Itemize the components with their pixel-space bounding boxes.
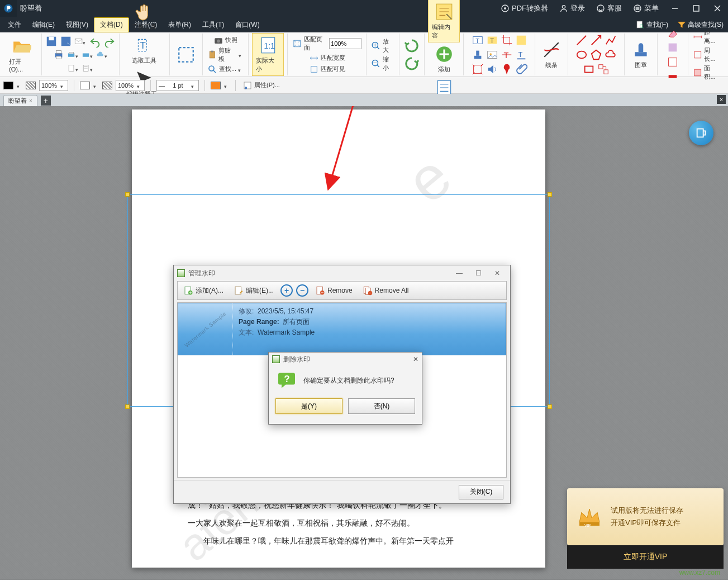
highlighter-icon[interactable] bbox=[515, 34, 527, 46]
window-maximize-button[interactable] bbox=[686, 0, 707, 17]
dialog-close-button[interactable]: ✕ bbox=[488, 266, 507, 280]
hand-tool-button[interactable]: 手形工具 bbox=[129, 0, 160, 34]
zoom-out-watermark-button[interactable]: − bbox=[296, 284, 308, 297]
print-icon[interactable] bbox=[53, 49, 65, 61]
connected-icon[interactable] bbox=[597, 63, 610, 75]
resize-handle[interactable] bbox=[125, 192, 130, 197]
crop-icon[interactable] bbox=[501, 34, 513, 46]
support-button[interactable]: 客服 bbox=[591, 0, 627, 17]
zoom-combo[interactable] bbox=[329, 38, 361, 49]
rotate-left-icon[interactable] bbox=[403, 37, 421, 55]
perimeter-button[interactable]: 周长... bbox=[692, 46, 722, 64]
snapshot-button[interactable]: 快照 bbox=[212, 35, 239, 46]
fit-page-button[interactable]: 匹配页面 bbox=[291, 35, 363, 53]
mail-icon[interactable] bbox=[74, 35, 87, 47]
sidebar-toggle-button[interactable] bbox=[689, 121, 713, 145]
new-tab-button[interactable]: + bbox=[41, 96, 51, 106]
resize-handle[interactable] bbox=[125, 404, 130, 409]
actual-size-button[interactable]: 1:1实际大小 bbox=[252, 33, 284, 76]
properties-button[interactable]: 属性(P)... bbox=[241, 80, 281, 91]
stamp-tool-icon[interactable] bbox=[472, 49, 484, 61]
text-box-icon[interactable]: T bbox=[472, 34, 484, 46]
marquee-tool-button[interactable] bbox=[173, 43, 199, 66]
page-icon[interactable] bbox=[67, 62, 79, 74]
tab-close-icon[interactable]: × bbox=[29, 98, 32, 104]
redo-icon[interactable] bbox=[103, 35, 116, 47]
undo-icon[interactable] bbox=[89, 35, 101, 47]
scan2-icon[interactable] bbox=[82, 49, 94, 61]
pin-icon[interactable] bbox=[501, 63, 513, 75]
rotate-right-icon[interactable] bbox=[403, 55, 421, 73]
menu-tool[interactable]: 工具(T) bbox=[197, 18, 230, 32]
polyline-icon[interactable] bbox=[605, 34, 617, 46]
cloud-icon[interactable] bbox=[96, 49, 108, 61]
stroke-pattern-swatch[interactable] bbox=[102, 82, 112, 89]
stroke-opacity-input[interactable]: 100% bbox=[116, 80, 145, 91]
underline-icon[interactable]: T bbox=[515, 49, 527, 61]
resize-handle[interactable] bbox=[548, 404, 552, 409]
menu-view[interactable]: 视图(V) bbox=[60, 18, 94, 32]
bounds-icon[interactable] bbox=[472, 63, 484, 75]
ellipse-icon[interactable] bbox=[575, 49, 588, 61]
redact-icon[interactable] bbox=[667, 70, 679, 83]
menu-form[interactable]: 表单(R) bbox=[163, 18, 197, 32]
vip-cta-button[interactable]: 立即开通VIP bbox=[567, 545, 724, 569]
blur-icon[interactable] bbox=[667, 41, 679, 54]
audio-icon[interactable] bbox=[486, 63, 498, 75]
page2-icon[interactable] bbox=[82, 62, 94, 74]
dialog-minimize-button[interactable]: — bbox=[450, 266, 469, 280]
remove-all-watermark-button[interactable]: Remove All bbox=[359, 284, 412, 297]
window-close-button[interactable] bbox=[707, 0, 728, 17]
stroke-color-swatch[interactable] bbox=[80, 82, 90, 89]
zoom-in-button[interactable]: 放大 bbox=[370, 37, 396, 55]
menu-document[interactable]: 文档(D) bbox=[94, 17, 129, 32]
menu-file[interactable]: 文件 bbox=[2, 18, 27, 32]
image-icon[interactable] bbox=[486, 49, 498, 61]
watermark-item[interactable]: Watermark Sample 修改: 2023/5/5, 15:45:47 … bbox=[178, 303, 506, 355]
confirm-no-button[interactable]: 否(N) bbox=[348, 398, 415, 414]
polygon-icon[interactable] bbox=[590, 49, 602, 61]
clipboard-button[interactable]: 剪贴板 bbox=[206, 46, 245, 64]
edit-watermark-button[interactable]: 编辑(E)... bbox=[230, 284, 277, 297]
lines-button[interactable]: 线条 bbox=[539, 38, 564, 72]
cloud-shape-icon[interactable] bbox=[605, 49, 617, 61]
login-button[interactable]: 登录 bbox=[554, 0, 591, 17]
attach-icon[interactable] bbox=[515, 63, 527, 75]
fill-opacity-input[interactable]: 100% bbox=[39, 80, 68, 91]
find-button[interactable]: 查找... bbox=[206, 64, 245, 75]
add-watermark-button[interactable]: 添加(A)... bbox=[180, 284, 227, 297]
menu-button[interactable]: 菜单 bbox=[627, 0, 664, 17]
zoom-in-watermark-button[interactable]: + bbox=[280, 284, 293, 297]
resize-handle[interactable] bbox=[548, 192, 552, 197]
line-icon[interactable] bbox=[575, 34, 588, 46]
save-icon[interactable] bbox=[45, 35, 58, 47]
menu-window[interactable]: 窗口(W) bbox=[230, 18, 265, 32]
edit-content-button[interactable]: 编辑内容 bbox=[428, 0, 460, 42]
rect-icon[interactable] bbox=[583, 63, 595, 75]
tabbar-close-icon[interactable]: × bbox=[717, 95, 726, 104]
distance-button[interactable]: 距离... bbox=[692, 28, 722, 46]
fit-visible-button[interactable]: 匹配可见 bbox=[308, 64, 346, 75]
arrow-icon[interactable] bbox=[590, 34, 602, 46]
open-button[interactable]: 打开(O)... bbox=[6, 35, 38, 75]
menu-edit[interactable]: 编辑(E) bbox=[27, 18, 60, 32]
stroke-weight-input[interactable]: —1 pt bbox=[156, 80, 199, 91]
confirm-close-icon[interactable]: ✕ bbox=[413, 355, 418, 363]
strike-icon[interactable]: T bbox=[501, 49, 513, 61]
highlight-color-swatch[interactable] bbox=[211, 82, 221, 89]
select-tool-button[interactable]: T选取工具 bbox=[129, 34, 160, 67]
confirm-yes-button[interactable]: 是(Y) bbox=[275, 398, 342, 414]
watermark-close-button[interactable]: 关闭(C) bbox=[459, 485, 503, 499]
stamp-button[interactable]: 图章 bbox=[628, 38, 654, 72]
dialog-maximize-button[interactable]: ☐ bbox=[469, 266, 488, 280]
document-tab[interactable]: 盼望着× bbox=[3, 95, 37, 106]
window-minimize-button[interactable] bbox=[664, 0, 686, 17]
area-button[interactable]: 面积... bbox=[692, 64, 722, 82]
fill-pattern-swatch[interactable] bbox=[26, 82, 36, 89]
zoom-out-button[interactable]: 缩小 bbox=[370, 55, 396, 73]
remove-watermark-button[interactable]: Remove bbox=[312, 284, 356, 297]
document-canvas[interactable]: atermark S e 年味儿在哪里？哦，年味儿在一桌桌香喷喷的菜肴里。腊月底… bbox=[0, 106, 728, 580]
eraser-icon[interactable] bbox=[667, 27, 679, 39]
pdf-converter-button[interactable]: PDF转换器 bbox=[495, 0, 554, 17]
whiteout-icon[interactable] bbox=[667, 56, 679, 68]
